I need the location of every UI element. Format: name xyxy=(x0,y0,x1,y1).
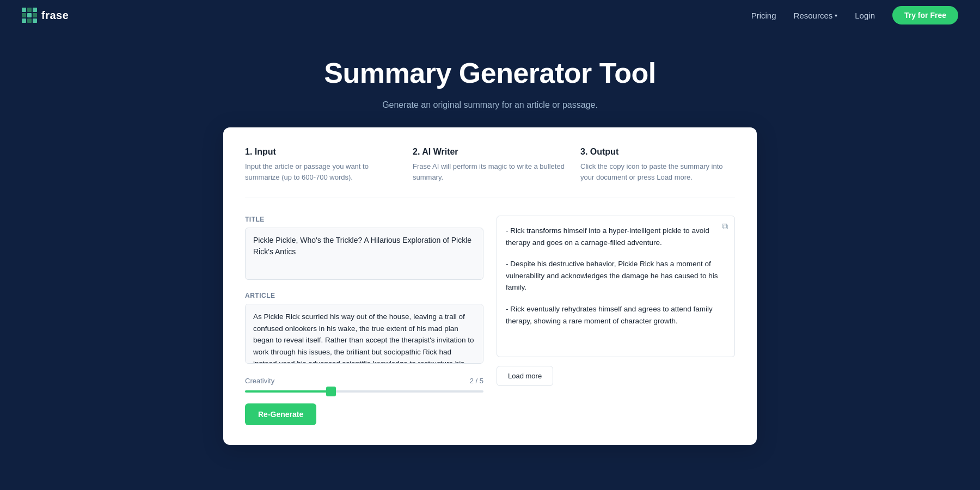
title-label: Title xyxy=(245,216,483,223)
creativity-value: 2 / 5 xyxy=(470,377,483,385)
creativity-section: Creativity 2 / 5 xyxy=(245,377,483,393)
step-3-desc: Click the copy icon to paste the summary… xyxy=(580,161,735,182)
title-input[interactable] xyxy=(245,228,483,280)
article-label: Article xyxy=(245,292,483,299)
step-2-title: 2. AI Writer xyxy=(413,147,567,157)
step-2-desc: Frase AI will perform its magic to write… xyxy=(413,161,567,182)
logo-text: frase xyxy=(41,9,69,22)
step-2: 2. AI Writer Frase AI will perform its m… xyxy=(413,147,567,182)
slider-fill xyxy=(245,390,331,393)
logo-link[interactable]: frase xyxy=(22,8,69,23)
nav-login[interactable]: Login xyxy=(855,11,875,20)
output-column: ⧉ - Rick transforms himself into a hyper… xyxy=(497,216,735,425)
copy-icon[interactable]: ⧉ xyxy=(722,222,728,231)
title-field-group: Title xyxy=(245,216,483,282)
hero-subtitle: Generate an original summary for an arti… xyxy=(11,100,969,110)
step-3-title: 3. Output xyxy=(580,147,735,157)
step-1-title: 1. Input xyxy=(245,147,400,157)
step-1-desc: Input the article or passage you want to… xyxy=(245,161,400,182)
nav-pricing[interactable]: Pricing xyxy=(751,11,776,20)
hero-section: Summary Generator Tool Generate an origi… xyxy=(0,30,980,127)
article-field-group: Article xyxy=(245,292,483,366)
output-box: ⧉ - Rick transforms himself into a hyper… xyxy=(497,216,735,357)
page-title: Summary Generator Tool xyxy=(11,57,969,89)
nav-resources[interactable]: Resources ▾ xyxy=(794,11,838,20)
logo-grid-icon xyxy=(22,8,37,23)
steps-section: 1. Input Input the article or passage yo… xyxy=(245,147,735,198)
slider-thumb[interactable] xyxy=(326,387,336,396)
try-for-free-button[interactable]: Try for Free xyxy=(892,6,958,24)
creativity-label: Creativity xyxy=(245,377,274,385)
input-column: Title Article Creativity 2 / 5 Re-Genera… xyxy=(245,216,483,425)
output-bullet-1: - Rick transforms himself into a hyper-i… xyxy=(506,225,726,248)
tool-area: Title Article Creativity 2 / 5 Re-Genera… xyxy=(245,216,735,425)
regenerate-button[interactable]: Re-Generate xyxy=(245,403,316,425)
creativity-slider-track[interactable] xyxy=(245,390,483,393)
main-card: 1. Input Input the article or passage yo… xyxy=(223,127,757,445)
load-more-button[interactable]: Load more xyxy=(497,366,553,386)
navbar-left: frase xyxy=(22,8,69,23)
output-bullet-2: - Despite his destructive behavior, Pick… xyxy=(506,258,726,293)
chevron-down-icon: ▾ xyxy=(835,13,837,19)
step-3: 3. Output Click the copy icon to paste t… xyxy=(580,147,735,182)
step-1: 1. Input Input the article or passage yo… xyxy=(245,147,400,182)
navbar-nav: Pricing Resources ▾ Login Try for Free xyxy=(751,6,958,24)
navbar: frase Pricing Resources ▾ Login Try for … xyxy=(0,0,980,30)
output-bullet-3: - Rick eventually rehydrates himself and… xyxy=(506,303,726,327)
article-input[interactable] xyxy=(245,304,483,364)
